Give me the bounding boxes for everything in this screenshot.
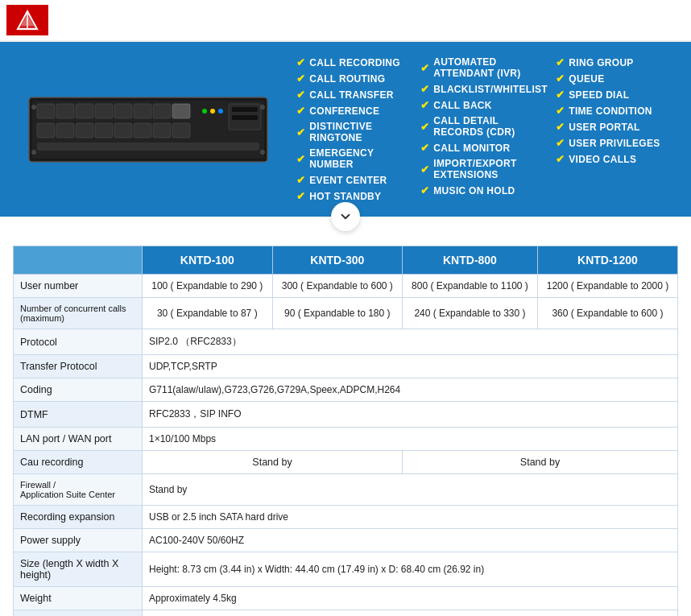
check-icon: ✔	[556, 137, 565, 149]
feature-label: QUEUE	[569, 73, 604, 85]
svg-rect-24	[172, 123, 190, 138]
col-header-kntd300: KNTD-300	[272, 246, 403, 275]
feature-label: RING GROUP	[569, 57, 633, 68]
svg-rect-22	[134, 123, 151, 138]
feature-item: ✔CONFERENCE	[296, 105, 412, 117]
row-value-span: SIP2.0 （RFC2833）	[143, 329, 678, 355]
row-label: User number	[14, 275, 143, 298]
svg-rect-19	[76, 123, 93, 138]
feature-label: CALL DETAIL RECORDS (CDR)	[433, 115, 548, 138]
check-icon: ✔	[296, 72, 305, 85]
check-icon: ✔	[420, 99, 429, 111]
check-icon: ✔	[420, 121, 429, 133]
row-value: 30 ( Expandable to 87 )	[143, 298, 273, 329]
logo-icon	[13, 8, 42, 32]
feature-item: ✔CALL ROUTING	[296, 72, 412, 85]
row-value-span: AC100-240V 50/60HZ	[143, 529, 678, 552]
feature-item: ✔CALL MONITOR	[420, 142, 548, 154]
check-icon: ✔	[556, 121, 565, 133]
feature-label: CALL TRANSFER	[309, 89, 393, 101]
table-row: Size (length X width X height)Height: 8.…	[14, 552, 678, 587]
check-icon: ✔	[296, 56, 305, 68]
table-row: CodingG711(alaw/ulaw),G723,G726,G729A,Sp…	[14, 378, 678, 402]
feature-label: SPEED DIAL	[569, 89, 629, 101]
row-value: 240 ( Expandable to 330 )	[403, 298, 538, 329]
row-label: Cau recording	[14, 451, 143, 474]
table-row: Power supplyAC100-240V 50/60HZ	[14, 529, 678, 552]
table-row: SurroundingsOperating temperature: -20°C…	[14, 610, 678, 617]
check-icon: ✔	[420, 142, 429, 154]
table-row: Firewall / Application Suite CenterStand…	[14, 474, 678, 506]
row-value-span: Approximately 4.5kg	[143, 587, 678, 610]
feature-label: CALL BACK	[433, 100, 491, 111]
svg-point-15	[210, 109, 215, 114]
row-value-span: Stand by	[143, 474, 678, 506]
svg-rect-8	[76, 104, 93, 118]
row-value: 300 ( Expandable to 600 )	[272, 275, 403, 298]
specs-table: KNTD-100 KNTD-300 KNTD-800 KNTD-1200 Use…	[13, 246, 678, 616]
features-grid: ✔CALL RECORDING✔CALL ROUTING✔CALL TRANSF…	[296, 56, 672, 202]
table-row: User number100 ( Expandable to 290 )300 …	[14, 275, 678, 298]
check-icon: ✔	[296, 89, 305, 101]
feature-item: ✔CALL BACK	[420, 99, 548, 111]
row-value-span: RFC2833，SIP INFO	[143, 402, 678, 428]
feature-label: HOT STANDBY	[309, 191, 381, 202]
logo-box	[6, 5, 48, 35]
row-label: Coding	[14, 378, 143, 402]
feature-label: MUSIC ON HOLD	[433, 185, 515, 196]
feature-label: DISTINCTIVE RINGTONE	[309, 121, 412, 143]
row-value-span: G711(alaw/ulaw),G723,G726,G729A,Speex,AD…	[143, 378, 678, 402]
row-value-half2: Stand by	[403, 451, 678, 474]
table-row: WeightApproximately 4.5kg	[14, 587, 678, 610]
row-label: Power supply	[14, 529, 143, 552]
row-label: Weight	[14, 587, 143, 610]
row-value: 90 ( Expandable to 180 )	[272, 298, 403, 329]
feature-item: ✔EVENT CENTER	[296, 174, 412, 186]
check-icon: ✔	[420, 62, 429, 74]
check-icon: ✔	[556, 56, 565, 68]
feature-item: ✔BLACKLIST/WHITELIST	[420, 83, 548, 95]
svg-point-14	[202, 109, 207, 114]
feature-item: ✔HOT STANDBY	[296, 190, 412, 202]
feature-label: BLACKLIST/WHITELIST	[433, 84, 548, 95]
feature-item: ✔USER PRIVILEGES	[556, 137, 672, 149]
svg-point-29	[32, 105, 36, 109]
row-value-span: USB or 2.5 inch SATA hard drive	[143, 506, 678, 529]
feature-label: EVENT CENTER	[309, 175, 387, 186]
feature-item: ✔DISTINCTIVE RINGTONE	[296, 121, 412, 143]
feature-label: AUTOMATED ATTENDANT (IVR)	[433, 56, 548, 79]
row-value: 1200 ( Expandable to 2000 )	[537, 275, 677, 298]
features-col-1: ✔CALL RECORDING✔CALL ROUTING✔CALL TRANSF…	[296, 56, 412, 202]
row-label: Protocol	[14, 329, 143, 355]
svg-rect-10	[114, 104, 132, 118]
feature-item: ✔SPEED DIAL	[556, 89, 672, 101]
feature-label: USER PRIVILEGES	[569, 138, 660, 149]
row-label: Size (length X width X height)	[14, 552, 143, 587]
chevron-down-button[interactable]	[331, 202, 360, 231]
check-icon: ✔	[556, 72, 565, 85]
svg-rect-23	[153, 123, 171, 138]
check-icon: ✔	[296, 153, 305, 165]
feature-label: EMERGENCY NUMBER	[309, 147, 412, 170]
table-row: DTMFRFC2833，SIP INFO	[14, 402, 678, 428]
row-value-span: UDP,TCP,SRTP	[143, 355, 678, 378]
check-icon: ✔	[296, 126, 305, 138]
table-row: Transfer ProtocolUDP,TCP,SRTP	[14, 355, 678, 378]
feature-label: IMPORT/EXPORT EXTENSIONS	[433, 158, 548, 180]
feature-label: CONFERENCE	[309, 105, 379, 117]
svg-rect-13	[172, 104, 190, 118]
page-title	[359, 6, 366, 34]
svg-rect-26	[232, 107, 258, 112]
table-row: Cau recordingStand byStand by	[14, 451, 678, 474]
row-label: Surroundings	[14, 610, 143, 617]
feature-label: USER PORTAL	[569, 122, 639, 133]
feature-item: ✔AUTOMATED ATTENDANT (IVR)	[420, 56, 548, 79]
logo-area	[6, 5, 48, 35]
svg-point-16	[218, 109, 223, 114]
feature-item: ✔MUSIC ON HOLD	[420, 184, 548, 196]
table-row: Recording expansionUSB or 2.5 inch SATA …	[14, 506, 678, 529]
row-label: Firewall / Application Suite Center	[14, 474, 143, 506]
check-icon: ✔	[556, 153, 565, 165]
feature-item: ✔CALL RECORDING	[296, 56, 412, 68]
row-value-span: Operating temperature: -20°C~65°C, -4°F~…	[143, 610, 678, 617]
